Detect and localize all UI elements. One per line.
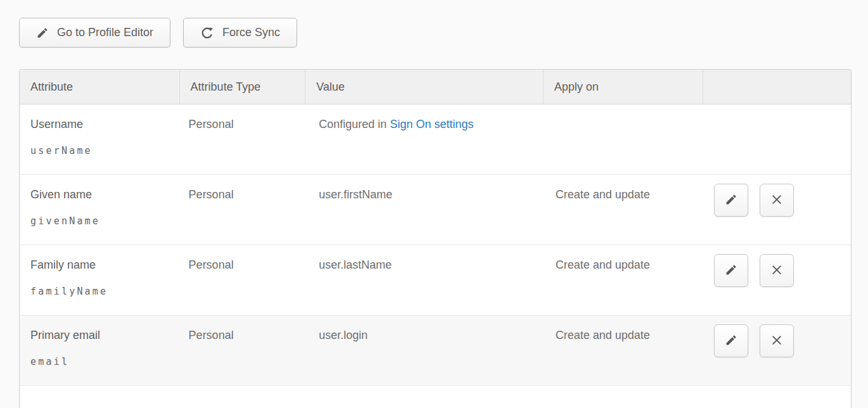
edit-attribute-button[interactable]	[714, 324, 748, 357]
actions-cell	[703, 245, 851, 315]
table-row: Primary email email Personal user.login …	[20, 316, 851, 386]
actions-cell	[703, 316, 851, 385]
table-row-partial	[20, 386, 851, 408]
attribute-code: givenName	[30, 215, 180, 227]
table-body: Username userName Personal Configured in…	[20, 105, 851, 386]
column-header-actions	[703, 70, 851, 104]
column-header-attribute-type: Attribute Type	[180, 70, 306, 104]
value-text: Configured in	[319, 118, 390, 131]
attribute-cell: Given name givenName	[20, 175, 180, 245]
value-text: user.lastName	[319, 258, 392, 271]
attribute-label: Given name	[30, 188, 180, 201]
go-to-profile-editor-button[interactable]: Go to Profile Editor	[19, 18, 170, 48]
edit-attribute-button[interactable]	[714, 254, 748, 287]
attribute-mapping-table: Attribute Attribute Type Value Apply on …	[19, 69, 852, 408]
refresh-icon	[200, 26, 214, 40]
attribute-type-cell: Personal	[180, 316, 306, 385]
toolbar: Go to Profile Editor Force Sync	[19, 18, 852, 48]
column-header-value: Value	[305, 70, 543, 104]
attribute-code: userName	[30, 145, 180, 156]
value-cell: user.lastName	[305, 245, 543, 315]
attribute-cell: Username userName	[20, 105, 180, 174]
go-to-profile-editor-label: Go to Profile Editor	[57, 26, 153, 39]
attribute-label: Family name	[30, 258, 180, 272]
delete-attribute-button[interactable]	[760, 254, 794, 287]
table-row: Username userName Personal Configured in…	[20, 105, 851, 175]
attribute-label: Username	[30, 118, 180, 131]
attribute-cell: Family name familyName	[20, 245, 180, 315]
apply-on-cell: Create and update	[544, 245, 704, 315]
force-sync-button[interactable]: Force Sync	[183, 18, 297, 48]
attribute-label: Primary email	[30, 329, 180, 342]
force-sync-label: Force Sync	[222, 26, 280, 39]
delete-attribute-button[interactable]	[760, 324, 794, 357]
actions-cell	[703, 105, 851, 174]
pencil-icon	[725, 193, 737, 208]
attribute-type-cell: Personal	[180, 105, 306, 174]
apply-on-cell	[544, 105, 704, 174]
pencil-icon	[36, 27, 49, 39]
table-row: Family name familyName Personal user.las…	[20, 245, 851, 316]
attribute-code: email	[30, 356, 180, 367]
table-header-row: Attribute Attribute Type Value Apply on	[20, 70, 851, 105]
sign-on-settings-link[interactable]: Sign On settings	[390, 118, 473, 131]
attribute-cell: Primary email email	[20, 316, 180, 385]
table-row: Given name givenName Personal user.first…	[20, 175, 851, 245]
apply-on-cell: Create and update	[544, 316, 704, 385]
pencil-icon	[725, 334, 737, 348]
value-text: user.login	[319, 329, 367, 341]
x-icon	[770, 193, 783, 208]
value-cell: Configured in Sign On settings	[305, 105, 543, 174]
attribute-mappings-page: Go to Profile Editor Force Sync Attribut…	[0, 0, 868, 408]
attribute-type-cell: Personal	[180, 175, 306, 245]
value-text: user.firstName	[319, 188, 392, 201]
value-cell: user.firstName	[305, 175, 543, 245]
actions-cell	[703, 175, 851, 245]
pencil-icon	[725, 264, 737, 278]
apply-on-cell: Create and update	[544, 175, 704, 245]
attribute-code: familyName	[30, 286, 180, 297]
value-cell: user.login	[305, 316, 543, 385]
x-icon	[770, 264, 783, 278]
x-icon	[770, 334, 783, 348]
attribute-type-cell: Personal	[180, 245, 306, 315]
delete-attribute-button[interactable]	[760, 184, 794, 217]
column-header-attribute: Attribute	[20, 70, 180, 104]
column-header-apply-on: Apply on	[544, 70, 704, 104]
edit-attribute-button[interactable]	[714, 184, 748, 217]
